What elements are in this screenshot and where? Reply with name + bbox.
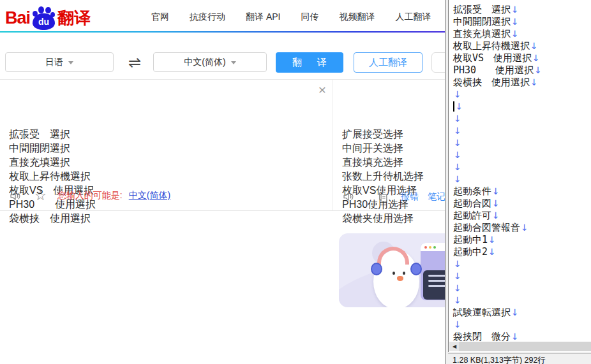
editor-line-text: 拡張受 選択	[453, 4, 511, 15]
newline-mark-icon: ↓	[454, 162, 461, 172]
newline-mark-icon: ↓	[454, 113, 461, 124]
clear-input-button[interactable]: ×	[318, 84, 326, 96]
editor-line-text: 起動合図	[453, 198, 491, 209]
nav-item[interactable]: 翻译 API	[246, 11, 280, 23]
result-text: 扩展接受选择中间开关选择直接填充选择张数上升待机选择枚取VS使用选择PH30使用…	[342, 85, 424, 226]
newline-mark-icon: ↓	[454, 126, 461, 136]
editor-line-text: 起動合図警報音	[453, 222, 520, 233]
editor-line: ↓	[453, 101, 591, 113]
chevron-down-icon	[231, 61, 236, 64]
newline-mark-icon: ↓	[511, 29, 519, 39]
report-error-link[interactable]: 报错	[401, 191, 419, 203]
target-language-label: 中文(简体)	[184, 57, 225, 68]
newline-mark-icon: ↓	[454, 283, 461, 293]
favorite-star-icon[interactable]: ☆	[34, 188, 47, 203]
newline-mark-icon: ↓	[511, 307, 519, 317]
newline-mark-icon: ↓	[492, 198, 500, 208]
translate-button[interactable]: 翻 译	[276, 52, 343, 73]
editor-line: ↓	[453, 319, 591, 331]
language-hint-link[interactable]: 中文(简体)	[129, 190, 170, 201]
note-link[interactable]: 笔记	[428, 191, 445, 203]
nav-item[interactable]: 抗疫行动	[190, 11, 225, 23]
source-text[interactable]: 拡張受 選択中間開閉選択直接充填選択枚取上昇待機選択枚取VS 使用選択PH30 …	[9, 85, 96, 226]
copy-icon[interactable]	[377, 191, 389, 203]
source-language-select[interactable]: 日语	[5, 52, 114, 72]
newline-mark-icon: ↓	[454, 295, 461, 305]
logo-text-du: du	[38, 17, 49, 27]
editor-line-text: 試験運転選択	[453, 307, 511, 318]
input-actions: ☆ 您输入的可能是: 中文(简体)	[9, 188, 170, 203]
scroll-left-button[interactable]: ◀	[449, 342, 460, 351]
source-text-area[interactable]: 拡張受 選択中間開閉選択直接充填選択枚取上昇待機選択枚取VS 使用選択PH30 …	[0, 80, 333, 210]
newline-mark-icon: ↓	[454, 259, 461, 269]
editor-line: 起動合図警報音↓	[453, 222, 591, 234]
result-text-line: 中间开关选择	[342, 142, 424, 156]
editor-line: 袋横挟 使用選択↓	[453, 76, 591, 89]
editor-line: ↓	[453, 113, 591, 125]
screen: Bai du 翻译 官网抗疫行动翻译 API同传视频翻译人工翻译 日语 ⇌ 中文…	[0, 0, 591, 364]
newline-mark-icon: ↓	[532, 53, 540, 63]
result-text-line: 张数上升待机选择	[342, 170, 424, 184]
language-hint-label: 您输入的可能是:	[57, 190, 123, 201]
target-language-select[interactable]: 中文(简体)	[153, 52, 267, 72]
source-text-line: 枚取上昇待機選択	[9, 170, 96, 184]
horizontal-scrollbar[interactable]: ◀	[449, 342, 591, 351]
result-actions: 报错 笔记	[342, 190, 445, 203]
editor-line-text: 枚取上昇待機選択	[453, 40, 530, 52]
editor-line: 起動中1↓	[453, 234, 591, 246]
editor-line-text: PH30 使用選択	[453, 64, 534, 76]
editor-line: ↓	[453, 173, 591, 186]
editor-line: 中間開閉選択↓	[453, 16, 591, 28]
editor-line: 拡張受 選択↓	[453, 4, 591, 16]
editor-line: ↓	[453, 149, 591, 161]
editor-line: ↓	[453, 125, 591, 137]
nav-item[interactable]: 同传	[301, 11, 318, 23]
source-text-line: 中間開閉選択	[9, 142, 96, 156]
editor-line-text: 袋横挟 使用選択	[453, 76, 530, 88]
source-language-label: 日语	[45, 57, 63, 68]
mascot-eye	[393, 272, 395, 275]
editor-line-text: 起動中2	[453, 246, 488, 258]
editor-line: ↓	[453, 270, 591, 282]
editor-line-text: 枚取VS 使用選択	[453, 52, 532, 64]
editor-line: ↓	[453, 161, 591, 173]
editor-line-text: 直接充填選択	[453, 28, 511, 40]
newline-mark-icon: ↓	[454, 89, 461, 99]
editor-line: ↓	[453, 282, 591, 295]
result-text-line: 直接填充选择	[342, 156, 424, 170]
human-translate-button[interactable]: 人工翻译	[354, 52, 423, 73]
nav-item[interactable]: 人工翻译	[395, 11, 431, 23]
baidu-translate-logo[interactable]: Bai du 翻译	[5, 5, 91, 31]
nav-item[interactable]: 官网	[151, 11, 169, 23]
newline-mark-icon: ↓	[530, 77, 538, 87]
editor-line: 起動許可↓	[453, 210, 591, 222]
editor-line-text: 起動条件	[453, 186, 491, 197]
editor-line: 起動条件↓	[453, 186, 591, 198]
editor-line: 枚取上昇待機選択↓	[453, 40, 591, 52]
logo-text-product: 翻译	[57, 7, 91, 29]
text-cursor	[453, 101, 454, 112]
newline-mark-icon: ↓	[521, 222, 528, 233]
source-text-line: 袋横挟 使用選択	[9, 212, 96, 226]
newline-mark-icon: ↓	[454, 150, 461, 160]
editor-line: ↓	[453, 258, 591, 270]
swap-icon: ⇌	[128, 54, 141, 71]
editor-text-area[interactable]: 拡張受 選択↓ 中間開閉選択↓ 直接充填選択↓ 枚取上昇待機選択↓ 枚取VS 使…	[453, 4, 591, 342]
nav-item[interactable]: 视频翻译	[339, 11, 375, 23]
scroll-left-arrow-icon: ◀	[453, 344, 456, 349]
baidu-paw-icon: du	[31, 5, 56, 31]
editor-client-area: 拡張受 選択↓ 中間開閉選択↓ 直接充填選択↓ 枚取上昇待機選択↓ 枚取VS 使…	[448, 0, 591, 352]
result-text-line: 袋横夹使用选择	[342, 212, 424, 226]
swap-languages-button[interactable]: ⇌	[124, 52, 146, 72]
speaker-icon[interactable]	[9, 189, 22, 203]
editor-line: 起動合図↓	[453, 198, 591, 210]
editor-line: 起動中2↓	[453, 246, 591, 258]
editor-line: 試験運転選択↓	[453, 307, 591, 319]
editor-line: ↓	[453, 137, 591, 149]
mascot-eye	[403, 272, 405, 275]
result-text-line: 扩展接受选择	[342, 127, 424, 142]
editor-line: ↓	[453, 89, 591, 101]
newline-mark-icon: ↓	[454, 174, 461, 184]
speaker-icon[interactable]	[342, 190, 355, 203]
editor-status-bar: 1.28 KB(1,313字节) 292行	[448, 353, 591, 364]
